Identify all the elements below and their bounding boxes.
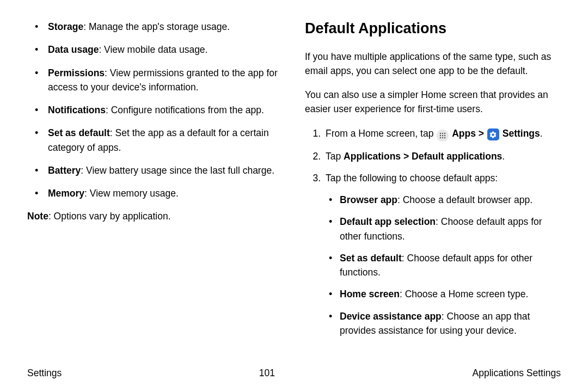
desc: : Manage the app's storage usage. xyxy=(83,21,230,32)
footer-right: Applications Settings xyxy=(473,367,561,379)
term: Device assistance app xyxy=(340,311,442,322)
desc: : View mobile data usage. xyxy=(99,44,207,55)
term: Data usage xyxy=(48,44,99,55)
steps-list: From a Home screen, tap Apps > Settings.… xyxy=(305,126,561,338)
step-bold: Applications > Default applications xyxy=(344,151,502,162)
apps-icon xyxy=(437,130,449,142)
right-column: Default Applications If you have multipl… xyxy=(305,17,561,355)
term: Default app selection xyxy=(340,216,436,227)
term: Set as default xyxy=(340,253,402,264)
svg-point-2 xyxy=(444,132,445,133)
step-text: Tap xyxy=(326,151,344,162)
left-column: Storage: Manage the app's storage usage.… xyxy=(27,17,283,355)
list-item: Permissions: View permissions granted to… xyxy=(48,66,283,95)
step-2: Tap Applications > Default applications. xyxy=(323,149,561,163)
term: Battery xyxy=(48,165,81,176)
svg-point-0 xyxy=(440,132,441,133)
term: Browser app xyxy=(340,194,397,205)
svg-point-4 xyxy=(442,134,443,136)
step-text: Tap the following to choose default apps… xyxy=(326,173,498,183)
note-term: Note xyxy=(27,211,48,222)
list-item: Notifications: Configure notifications f… xyxy=(48,103,283,117)
list-item: Set as default: Choose default apps for … xyxy=(340,251,561,280)
note: Note: Options vary by application. xyxy=(27,209,283,223)
term: Permissions xyxy=(48,68,105,78)
step-3: Tap the following to choose default apps… xyxy=(323,171,561,338)
svg-point-6 xyxy=(440,137,441,138)
svg-point-7 xyxy=(442,137,443,138)
desc: : Choose a default browser app. xyxy=(397,194,532,205)
suffix: . xyxy=(540,128,543,139)
svg-point-1 xyxy=(442,132,443,133)
settings-icon xyxy=(487,128,499,140)
svg-point-3 xyxy=(440,134,441,136)
step-1: From a Home screen, tap Apps > Settings. xyxy=(323,126,561,142)
intro-para-1: If you have multiple applications of the… xyxy=(305,50,561,78)
options-list: Storage: Manage the app's storage usage.… xyxy=(27,20,283,200)
section-heading: Default Applications xyxy=(305,17,561,40)
list-item: Home screen: Choose a Home screen type. xyxy=(340,287,561,301)
note-desc: : Options vary by application. xyxy=(48,211,171,222)
content-columns: Storage: Manage the app's storage usage.… xyxy=(27,17,561,355)
settings-label: Settings xyxy=(503,128,540,139)
term: Set as default xyxy=(48,127,110,138)
desc: : Configure notifications from the app. xyxy=(106,105,264,115)
term: Storage xyxy=(48,21,83,32)
list-item: Device assistance app: Choose an app tha… xyxy=(340,309,561,338)
list-item: Memory: View memory usage. xyxy=(48,186,283,200)
desc: : View battery usage since the last full… xyxy=(81,165,274,176)
page-number: 101 xyxy=(259,367,275,379)
suffix: . xyxy=(502,151,505,162)
list-item: Browser app: Choose a default browser ap… xyxy=(340,193,561,207)
term: Home screen xyxy=(340,289,400,299)
footer-left: Settings xyxy=(27,367,62,379)
svg-point-5 xyxy=(444,134,445,136)
list-item: Battery: View battery usage since the la… xyxy=(48,163,283,177)
apps-label: Apps xyxy=(452,128,476,139)
step-text: From a Home screen, tap xyxy=(326,128,436,139)
term: Memory xyxy=(48,188,84,199)
separator: > xyxy=(476,128,487,139)
list-item: Data usage: View mobile data usage. xyxy=(48,42,283,57)
desc: : Choose a Home screen type. xyxy=(400,289,528,299)
list-item: Default app selection: Choose default ap… xyxy=(340,215,561,243)
default-apps-sublist: Browser app: Choose a default browser ap… xyxy=(326,193,561,338)
term: Notifications xyxy=(48,105,106,115)
svg-point-8 xyxy=(444,137,445,138)
list-item: Storage: Manage the app's storage usage. xyxy=(48,20,283,34)
intro-para-2: You can also use a simpler Home screen t… xyxy=(305,88,561,117)
page-footer: Settings 101 Applications Settings xyxy=(27,367,561,379)
list-item: Set as default: Set the app as a default… xyxy=(48,126,283,155)
desc: : View memory usage. xyxy=(84,188,179,199)
